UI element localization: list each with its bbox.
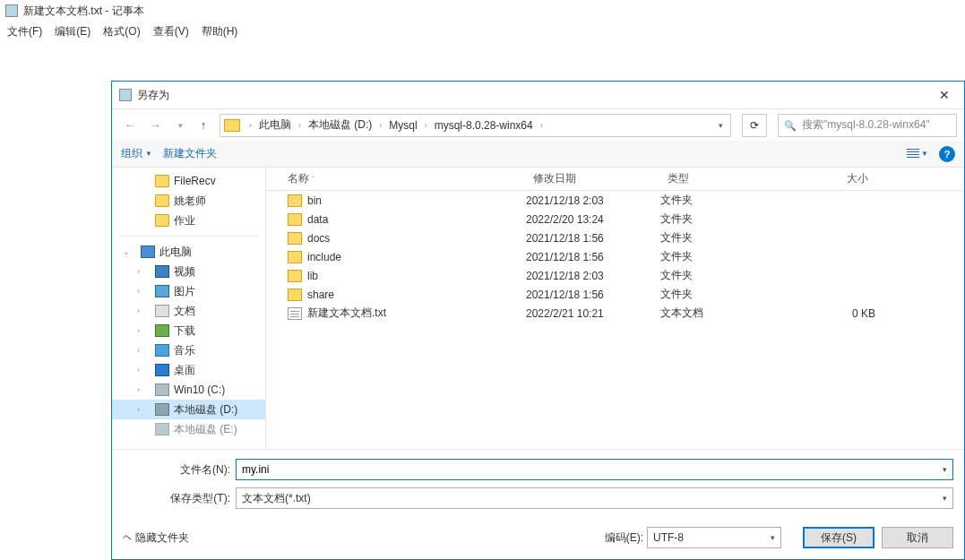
chevron-right-icon[interactable]: ›	[375, 121, 385, 130]
menu-help[interactable]: 帮助(H)	[202, 24, 238, 39]
file-name: 新建文本文档.txt	[307, 306, 386, 321]
chevron-down-icon[interactable]: ▾	[943, 465, 947, 474]
tree-item-win10c[interactable]: ›Win10 (C:)	[112, 380, 265, 400]
file-rows[interactable]: bin2021/12/18 2:03文件夹data2022/2/20 13:24…	[266, 191, 964, 449]
expand-icon[interactable]: ›	[137, 287, 140, 296]
filename-row: 文件名(N): ▾	[123, 459, 953, 480]
file-row[interactable]: include2021/12/18 1:56文件夹	[266, 247, 964, 266]
address-dropdown-icon[interactable]: ▾	[715, 121, 727, 130]
music-icon	[155, 344, 169, 357]
button-row: ヘ 隐藏文件夹 编码(E): UTF-8 ▾ 保存(S) 取消	[123, 527, 953, 548]
view-mode-button[interactable]: ▼	[907, 149, 928, 159]
tree-item-zuoye[interactable]: 作业	[112, 211, 265, 230]
tree-item-drive-d[interactable]: ›本地磁盘 (D:)	[112, 400, 265, 419]
new-folder-button[interactable]: 新建文件夹	[163, 146, 217, 161]
chevron-right-icon[interactable]: ›	[421, 121, 431, 130]
file-date: 2021/12/18 1:56	[526, 289, 660, 301]
organize-button[interactable]: 组织 ▼	[121, 146, 152, 161]
file-type: 文件夹	[660, 211, 786, 227]
crumb-drive[interactable]: 本地磁盘 (D:)	[306, 116, 374, 134]
file-row[interactable]: 新建文本文档.txt2022/2/21 10:21文本文档0 KB	[266, 304, 964, 323]
address-bar[interactable]: › 此电脑 › 本地磁盘 (D:) › Mysql › mysql-8.0.28…	[220, 114, 731, 137]
save-button[interactable]: 保存(S)	[803, 527, 875, 548]
drive-icon	[155, 383, 169, 396]
help-icon[interactable]: ?	[939, 146, 955, 162]
expand-icon[interactable]: ›	[137, 385, 140, 394]
filetype-dropdown[interactable]: 文本文档(*.txt) ▾	[236, 487, 953, 509]
folder-icon	[288, 213, 302, 226]
nav-bar: ← → ▾ ↑ › 此电脑 › 本地磁盘 (D:) › Mysql › mysq…	[112, 108, 964, 141]
collapse-icon[interactable]: ⌄	[123, 247, 130, 256]
refresh-icon[interactable]: ⟳	[742, 114, 767, 137]
encoding-dropdown[interactable]: UTF-8 ▾	[647, 527, 781, 548]
dialog-title: 另存为	[137, 88, 932, 103]
chevron-right-icon[interactable]: ›	[537, 121, 547, 130]
menu-edit[interactable]: 编辑(E)	[55, 24, 90, 39]
tree-item-music[interactable]: ›音乐	[112, 340, 265, 360]
file-type: 文本文档	[660, 306, 786, 321]
column-type[interactable]: 类型	[660, 171, 786, 186]
crumb-pc[interactable]: 此电脑	[257, 116, 293, 134]
tree-item-video[interactable]: ›视频	[112, 262, 265, 281]
expand-icon[interactable]: ›	[137, 366, 140, 375]
chevron-right-icon[interactable]: ›	[295, 121, 305, 130]
drive-icon	[155, 403, 169, 416]
expand-icon[interactable]: ›	[137, 306, 140, 315]
notepad-title: 新建文本文档.txt - 记事本	[23, 4, 144, 19]
nav-forward-icon[interactable]: →	[144, 115, 166, 136]
tree-item-this-pc[interactable]: ⌄此电脑	[112, 242, 265, 262]
file-type: 文件夹	[660, 249, 786, 264]
tree-item-downloads[interactable]: ›下载	[112, 321, 265, 340]
file-row[interactable]: docs2021/12/18 1:56文件夹	[266, 228, 964, 247]
file-row[interactable]: lib2021/12/18 2:03文件夹	[266, 266, 964, 285]
filename-label: 文件名(N):	[123, 462, 230, 478]
chevron-right-icon[interactable]: ›	[246, 121, 255, 130]
dialog-titlebar[interactable]: 另存为 ✕	[112, 82, 964, 108]
crumb-mysql[interactable]: Mysql	[387, 117, 418, 134]
nav-recent-dropdown[interactable]: ▾	[169, 115, 191, 136]
tree-item-pictures[interactable]: ›图片	[112, 281, 265, 301]
tree-item-documents[interactable]: ›文档	[112, 301, 265, 321]
tree-item-yao[interactable]: 姚老师	[112, 191, 265, 211]
chevron-up-icon: ヘ	[123, 531, 132, 544]
column-headers: 名称ˇ 修改日期 类型 大小	[266, 168, 964, 191]
filename-input[interactable]	[242, 463, 943, 476]
close-icon[interactable]: ✕	[932, 86, 957, 104]
file-row[interactable]: bin2021/12/18 2:03文件夹	[266, 191, 964, 210]
filename-combobox[interactable]: ▾	[236, 459, 953, 480]
sort-indicator-icon: ˇ	[312, 175, 314, 183]
file-date: 2021/12/18 2:03	[526, 270, 660, 282]
file-type: 文件夹	[660, 193, 786, 208]
folder-icon	[288, 232, 302, 245]
nav-back-icon[interactable]: ←	[119, 115, 141, 136]
file-date: 2022/2/21 10:21	[526, 307, 660, 320]
tree-item-desktop[interactable]: ›桌面	[112, 360, 265, 380]
expand-icon[interactable]: ›	[137, 267, 140, 276]
folder-icon	[155, 194, 169, 207]
crumb-winx64[interactable]: mysql-8.0.28-winx64	[433, 117, 535, 134]
hide-folders-toggle[interactable]: ヘ 隐藏文件夹	[123, 530, 189, 546]
documents-icon	[155, 305, 169, 317]
toolbar: 组织 ▼ 新建文件夹 ▼ ?	[112, 141, 964, 168]
search-input[interactable]: 搜索"mysql-8.0.28-winx64"	[778, 114, 957, 137]
nav-up-icon[interactable]: ↑	[194, 116, 212, 134]
file-size: 0 KB	[786, 307, 875, 320]
file-row[interactable]: data2022/2/20 13:24文件夹	[266, 210, 964, 228]
column-size[interactable]: 大小	[786, 171, 875, 186]
expand-icon[interactable]: ›	[137, 326, 140, 335]
file-type: 文件夹	[660, 230, 786, 246]
column-name[interactable]: 名称ˇ	[266, 171, 526, 186]
expand-icon[interactable]: ›	[137, 405, 140, 414]
folder-tree[interactable]: FileRecv 姚老师 作业 ⌄此电脑 ›视频 ›图片 ›文档 ›下载 ›音乐…	[112, 168, 266, 449]
drive-icon	[155, 423, 169, 435]
cancel-button[interactable]: 取消	[882, 527, 953, 548]
menu-file[interactable]: 文件(F)	[7, 24, 42, 39]
folder-icon	[155, 175, 169, 187]
menu-format[interactable]: 格式(O)	[103, 24, 140, 39]
tree-item-filerecv[interactable]: FileRecv	[112, 171, 265, 191]
expand-icon[interactable]: ›	[137, 346, 140, 355]
tree-item-drive-e[interactable]: 本地磁盘 (E:)	[112, 419, 265, 439]
menu-view[interactable]: 查看(V)	[153, 24, 189, 39]
column-modified[interactable]: 修改日期	[526, 171, 660, 186]
file-row[interactable]: share2021/12/18 1:56文件夹	[266, 285, 964, 304]
